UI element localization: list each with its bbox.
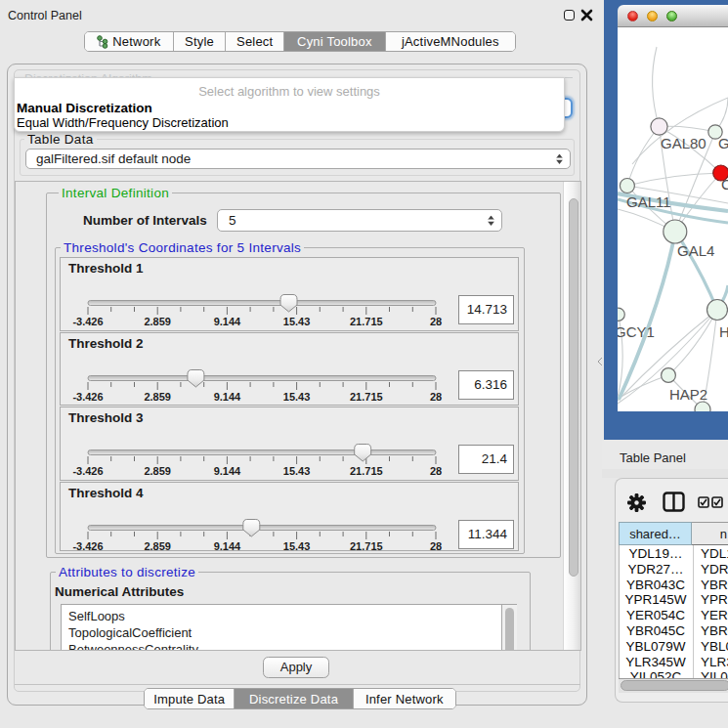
svg-text:15.43: 15.43	[283, 316, 311, 327]
svg-text:9.144: 9.144	[214, 316, 241, 327]
svg-text:9.144: 9.144	[214, 540, 241, 552]
svg-text:9.144: 9.144	[214, 465, 241, 477]
svg-text:-3.426: -3.426	[72, 465, 103, 477]
svg-text:2.859: 2.859	[144, 465, 171, 477]
svg-text:9.144: 9.144	[214, 391, 241, 403]
svg-text:GAL: GAL	[718, 135, 728, 151]
svg-text:-3.426: -3.426	[72, 540, 103, 552]
svg-text:2.859: 2.859	[144, 540, 171, 552]
svg-text:GAL11: GAL11	[626, 193, 671, 210]
svg-text:15.43: 15.43	[283, 465, 311, 477]
svg-text:2.859: 2.859	[144, 316, 171, 327]
svg-text:28: 28	[430, 391, 442, 403]
svg-text:GAL80: GAL80	[661, 135, 707, 151]
svg-text:15.43: 15.43	[283, 391, 311, 403]
svg-text:GCY1: GCY1	[618, 323, 655, 340]
svg-text:28: 28	[430, 316, 442, 327]
svg-text:2.859: 2.859	[144, 391, 171, 403]
svg-text:28: 28	[430, 540, 442, 552]
svg-text:28: 28	[430, 465, 442, 477]
svg-text:-3.426: -3.426	[72, 391, 103, 403]
svg-text:-3.426: -3.426	[72, 316, 103, 327]
svg-text:GAL4: GAL4	[677, 242, 714, 259]
svg-text:21.715: 21.715	[350, 316, 383, 327]
svg-text:C: C	[721, 176, 728, 193]
svg-text:15.43: 15.43	[283, 540, 311, 552]
svg-text:21.715: 21.715	[350, 540, 383, 552]
svg-text:21.715: 21.715	[350, 465, 383, 477]
svg-text:H: H	[719, 323, 728, 340]
svg-text:HAP2: HAP2	[669, 386, 707, 403]
svg-text:21.715: 21.715	[350, 391, 383, 403]
